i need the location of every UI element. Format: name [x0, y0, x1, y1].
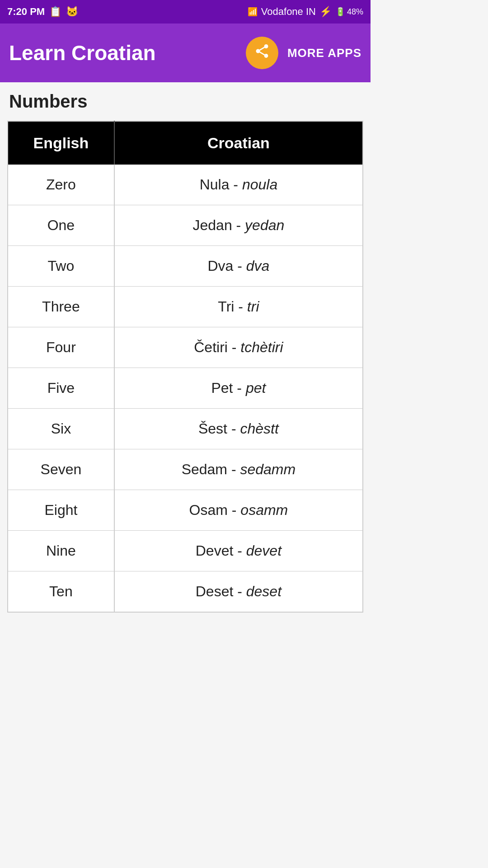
word: Osam — [189, 502, 228, 518]
share-button[interactable] — [246, 37, 278, 69]
table-row: SevenSedam - sedamm — [8, 449, 363, 490]
croatian-cell: Devet - devet — [114, 531, 363, 571]
signal-icon: 📶 — [248, 7, 258, 17]
battery-level: 48% — [347, 7, 363, 17]
croatian-text: Osam - osamm — [189, 502, 288, 518]
charging-icon: ⚡ — [319, 6, 332, 18]
croatian-cell: Tri - tri — [114, 287, 363, 327]
pronunciation: dva — [246, 258, 270, 274]
pronunciation: sedamm — [240, 461, 296, 477]
word: Nula — [200, 176, 230, 193]
croatian-text: Jedan - yedan — [192, 217, 284, 233]
english-cell: Five — [8, 368, 114, 409]
english-cell: Zero — [8, 165, 114, 205]
english-cell: Ten — [8, 571, 114, 613]
croatian-cell: Šest - chèstt — [114, 409, 363, 449]
table-row: ThreeTri - tri — [8, 287, 363, 327]
croatian-text: Šest - chèstt — [198, 420, 279, 437]
pronunciation: deset — [246, 583, 282, 599]
pronunciation: tri — [247, 298, 259, 315]
english-cell: Eight — [8, 490, 114, 531]
section-title: Numbers — [7, 91, 363, 112]
pronunciation: chèstt — [240, 420, 278, 437]
header-english: English — [8, 121, 114, 165]
header-croatian: Croatian — [114, 121, 363, 165]
carrier-name: Vodafone IN — [261, 6, 316, 18]
table-row: EightOsam - osamm — [8, 490, 363, 531]
word: Sedam — [182, 461, 227, 477]
share-icon — [254, 43, 270, 63]
croatian-text: Sedam - sedamm — [182, 461, 296, 477]
word: Četiri — [194, 339, 228, 355]
app-title: Learn Croatian — [9, 41, 246, 65]
english-cell: Nine — [8, 531, 114, 571]
pronunciation: noula — [242, 176, 277, 193]
croatian-text: Pet - pet — [211, 380, 266, 396]
pronunciation: osamm — [240, 502, 288, 518]
croatian-cell: Nula - noula — [114, 165, 363, 205]
word: Jedan — [192, 217, 232, 233]
table-row: SixŠest - chèstt — [8, 409, 363, 449]
pronunciation: pet — [246, 380, 266, 396]
word: Šest — [198, 420, 227, 437]
croatian-cell: Deset - deset — [114, 571, 363, 613]
status-right: 📶 Vodafone IN ⚡ 🔋 48% — [248, 6, 363, 18]
croatian-text: Tri - tri — [218, 298, 259, 315]
croatian-cell: Četiri - tchètiri — [114, 327, 363, 368]
page-content: Numbers English Croatian ZeroNula - noul… — [0, 82, 371, 622]
croatian-text: Deset - deset — [196, 583, 282, 599]
word: Pet — [211, 380, 233, 396]
croatian-cell: Sedam - sedamm — [114, 449, 363, 490]
english-cell: One — [8, 205, 114, 246]
vocabulary-table: English Croatian ZeroNula - noulaOneJeda… — [7, 121, 363, 613]
status-time: 7:20 PM — [7, 6, 45, 18]
status-bar: 7:20 PM 📋 🐱 📶 Vodafone IN ⚡ 🔋 48% — [0, 0, 371, 24]
croatian-cell: Osam - osamm — [114, 490, 363, 531]
english-cell: Two — [8, 246, 114, 287]
word: Tri — [218, 298, 234, 315]
word: Deset — [196, 583, 234, 599]
notification-icon-1: 📋 — [49, 6, 61, 18]
table-row: NineDevet - devet — [8, 531, 363, 571]
table-row: TenDeset - deset — [8, 571, 363, 613]
english-cell: Seven — [8, 449, 114, 490]
table-row: TwoDva - dva — [8, 246, 363, 287]
croatian-text: Devet - devet — [196, 542, 282, 559]
croatian-text: Nula - noula — [200, 176, 278, 193]
pronunciation: devet — [246, 542, 282, 559]
more-apps-button[interactable]: MORE APPS — [287, 46, 361, 60]
table-header-row: English Croatian — [8, 121, 363, 165]
word: Devet — [196, 542, 234, 559]
croatian-text: Dva - dva — [207, 258, 269, 274]
english-cell: Six — [8, 409, 114, 449]
table-row: FourČetiri - tchètiri — [8, 327, 363, 368]
table-row: OneJedan - yedan — [8, 205, 363, 246]
croatian-cell: Dva - dva — [114, 246, 363, 287]
croatian-cell: Jedan - yedan — [114, 205, 363, 246]
table-row: ZeroNula - noula — [8, 165, 363, 205]
pronunciation: tchètiri — [240, 339, 283, 355]
english-cell: Three — [8, 287, 114, 327]
croatian-cell: Pet - pet — [114, 368, 363, 409]
battery-indicator: 🔋 48% — [335, 7, 363, 17]
croatian-text: Četiri - tchètiri — [194, 339, 283, 355]
english-cell: Four — [8, 327, 114, 368]
table-row: FivePet - pet — [8, 368, 363, 409]
notification-icon-2: 🐱 — [66, 6, 78, 18]
app-header: Learn Croatian MORE APPS — [0, 24, 371, 82]
status-left: 7:20 PM 📋 🐱 — [7, 6, 78, 18]
pronunciation: yedan — [245, 217, 284, 233]
word: Dva — [207, 258, 233, 274]
